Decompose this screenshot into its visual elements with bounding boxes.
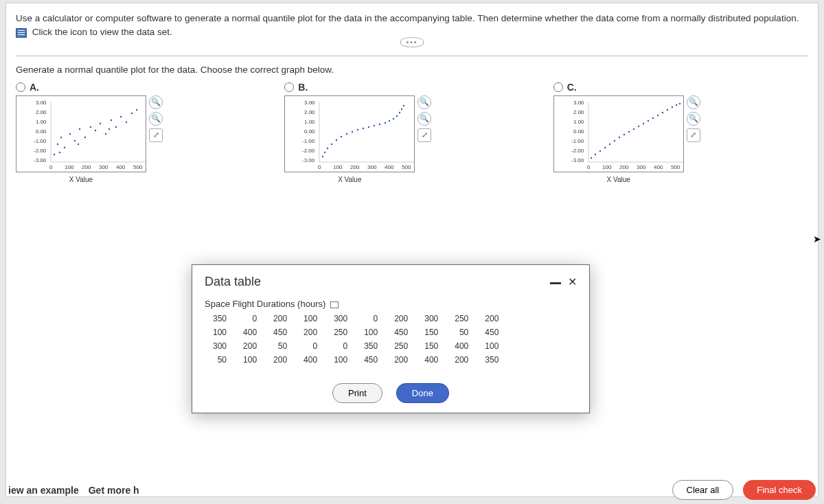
data-cell: 350 xyxy=(356,339,386,353)
svg-point-95 xyxy=(632,128,634,129)
svg-text:300: 300 xyxy=(99,164,108,170)
final-check-button[interactable]: Final check xyxy=(743,480,816,500)
svg-text:1.00: 1.00 xyxy=(304,119,315,125)
zoom-out-c[interactable]: 🔍 xyxy=(687,112,700,126)
svg-point-23 xyxy=(90,126,91,127)
svg-text:-1.00: -1.00 xyxy=(571,138,584,144)
plot-c-xlabel: X Value xyxy=(553,176,684,183)
svg-point-89 xyxy=(604,146,605,148)
radio-a[interactable] xyxy=(16,82,25,92)
expand-c[interactable]: ⤢ xyxy=(687,128,700,142)
svg-point-56 xyxy=(341,135,342,137)
collapse-icon[interactable]: ••• xyxy=(400,37,424,47)
zoom-out-a[interactable]: 🔍 xyxy=(149,112,163,126)
modal-title: Data table xyxy=(205,275,261,289)
fullscreen-icon[interactable] xyxy=(330,301,339,308)
data-cell: 250 xyxy=(386,339,416,353)
svg-point-62 xyxy=(374,124,375,126)
done-button[interactable]: Done xyxy=(396,383,449,403)
svg-point-59 xyxy=(357,128,358,130)
svg-point-98 xyxy=(647,119,648,121)
expand-a[interactable]: ⤢ xyxy=(149,128,163,142)
svg-text:-1.00: -1.00 xyxy=(34,138,47,144)
svg-text:400: 400 xyxy=(385,164,394,170)
label-a: A. xyxy=(30,82,39,93)
svg-point-21 xyxy=(79,128,80,129)
svg-point-30 xyxy=(126,121,127,122)
radio-b[interactable] xyxy=(284,82,294,92)
data-cell: 400 xyxy=(416,353,446,367)
data-cell: 200 xyxy=(386,353,416,367)
svg-text:100: 100 xyxy=(65,164,74,170)
svg-text:2.00: 2.00 xyxy=(36,109,47,115)
svg-point-90 xyxy=(608,143,610,144)
data-cell: 300 xyxy=(416,312,446,325)
minimize-button[interactable] xyxy=(550,282,561,284)
svg-text:-3.00: -3.00 xyxy=(34,157,47,163)
svg-point-53 xyxy=(327,147,328,148)
radio-c[interactable] xyxy=(553,82,563,92)
data-cell: 400 xyxy=(446,339,477,353)
data-cell: 350 xyxy=(477,353,507,367)
svg-text:0: 0 xyxy=(318,164,321,170)
zoom-in-b[interactable]: 🔍 xyxy=(417,95,431,109)
clear-all-button[interactable]: Clear all xyxy=(672,480,734,500)
label-b: B. xyxy=(298,82,308,93)
data-cell: 200 xyxy=(295,325,325,339)
svg-text:0.00: 0.00 xyxy=(36,128,47,135)
view-data-link[interactable]: Click the icon to view the data set. xyxy=(32,27,172,37)
svg-point-22 xyxy=(84,136,86,137)
svg-point-57 xyxy=(346,133,347,134)
svg-text:0.00: 0.00 xyxy=(573,128,584,135)
get-more-help-link[interactable]: Get more h xyxy=(89,485,139,496)
option-c: C. 3.00 2.00 1.00 0.00 -1.00 -2.00 -3.00… xyxy=(553,82,808,184)
data-cell: 100 xyxy=(235,353,265,367)
option-b: B. 3.00 2.00 1.00 0.00 -1.00 -2.00 -3.00… xyxy=(284,82,539,184)
instruction-text: Generate a normal quantile plot for the … xyxy=(16,65,808,75)
zoom-in-a[interactable]: 🔍 xyxy=(149,95,163,109)
table-icon[interactable] xyxy=(16,28,27,38)
svg-point-28 xyxy=(115,126,117,127)
plot-a: 3.00 2.00 1.00 0.00 -1.00 -2.00 -3.00 0 … xyxy=(16,95,146,172)
zoom-in-c[interactable]: 🔍 xyxy=(687,95,700,109)
data-cell: 200 xyxy=(446,353,477,367)
print-button[interactable]: Print xyxy=(332,383,382,403)
svg-point-24 xyxy=(95,129,96,130)
svg-text:-2.00: -2.00 xyxy=(302,148,315,154)
svg-point-31 xyxy=(131,112,133,113)
svg-text:-1.00: -1.00 xyxy=(302,138,315,144)
main-panel: Use a calculator or computer software to… xyxy=(5,3,819,497)
svg-text:200: 200 xyxy=(619,164,629,170)
label-c: C. xyxy=(567,82,577,93)
svg-text:1.00: 1.00 xyxy=(36,119,47,125)
data-cell: 50 xyxy=(446,325,477,339)
data-cell: 450 xyxy=(386,325,416,339)
view-example-link[interactable]: iew an example xyxy=(8,485,79,496)
data-cell: 450 xyxy=(265,325,295,339)
data-cell: 100 xyxy=(477,339,507,353)
svg-text:100: 100 xyxy=(602,164,612,170)
svg-point-35 xyxy=(108,128,110,129)
svg-point-52 xyxy=(324,151,325,152)
svg-text:2.00: 2.00 xyxy=(304,109,315,115)
data-cell: 200 xyxy=(386,312,416,325)
expand-b[interactable]: ⤢ xyxy=(417,128,431,142)
zoom-out-b[interactable]: 🔍 xyxy=(417,112,431,126)
svg-point-55 xyxy=(336,139,337,140)
data-cell: 300 xyxy=(325,312,356,325)
svg-text:1.00: 1.00 xyxy=(573,119,584,125)
svg-point-88 xyxy=(599,150,600,151)
plot-a-xlabel: X Value xyxy=(16,176,146,183)
svg-point-66 xyxy=(393,117,394,119)
svg-text:-3.00: -3.00 xyxy=(571,157,584,163)
svg-text:300: 300 xyxy=(367,164,377,170)
data-cell: 0 xyxy=(295,339,325,353)
svg-text:200: 200 xyxy=(350,164,360,170)
close-button[interactable]: ✕ xyxy=(568,275,577,288)
svg-point-32 xyxy=(136,108,137,110)
data-cell: 150 xyxy=(416,339,446,353)
svg-point-96 xyxy=(637,125,639,126)
divider xyxy=(16,56,808,56)
svg-text:0: 0 xyxy=(49,164,53,170)
data-cell: 100 xyxy=(295,312,325,325)
